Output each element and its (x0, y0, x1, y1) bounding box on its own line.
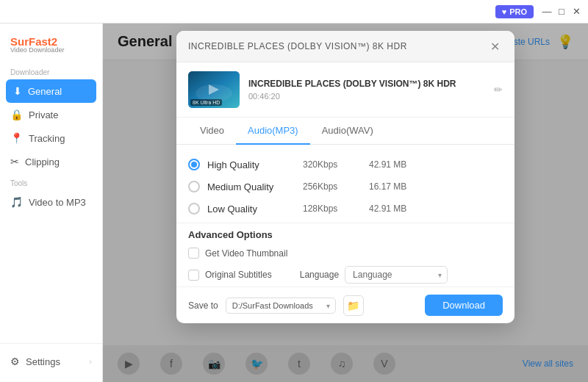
sidebar-label-tracking: Tracking (29, 133, 65, 144)
quality-size-high: 42.91 MB (369, 159, 406, 170)
download-button[interactable]: Download (425, 295, 503, 316)
modal-tabs: Video Audio(MP3) Audio(WAV) (176, 118, 514, 145)
quality-size-medium: 16.17 MB (369, 181, 406, 192)
top-bar: ♥ PRO — □ ✕ (0, 0, 588, 24)
language-select-wrapper: Language ▾ (345, 266, 448, 284)
video-title: INCREDIBLE PLACES (DOLBY VISION™) 8K HDR (248, 79, 485, 89)
quality-bitrate-low: 128Kbps (303, 203, 362, 214)
sidebar-item-clipping[interactable]: ✂ Clipping (0, 150, 102, 173)
sidebar-label-private: Private (29, 109, 58, 120)
lock-icon: 🔒 (10, 109, 23, 120)
radio-medium[interactable] (188, 181, 200, 192)
checkbox-subtitles[interactable] (188, 270, 199, 281)
radio-low[interactable] (188, 203, 200, 215)
advanced-section: Advanced Options Get Video Thumbnail Ori… (176, 223, 514, 286)
sidebar-item-video-to-mp3[interactable]: 🎵 Video to MP3 (0, 190, 102, 214)
logo: SurFast2 Video Downloader (0, 32, 102, 64)
modal-header: INCREDIBLE PLACES (DOLBY VISION™) 8K HDR… (176, 31, 514, 62)
sidebar-item-tracking[interactable]: 📍 Tracking (0, 126, 102, 150)
quality-size-low: 42.91 MB (369, 203, 406, 214)
quality-bitrate-medium: 256Kbps (303, 181, 362, 192)
checkbox-row-thumbnail: Get Video Thumbnail (188, 248, 503, 259)
radio-high-inner (191, 162, 197, 167)
video-info-row: 8K Ultra HD INCREDIBLE PLACES (DOLBY VIS… (176, 62, 514, 118)
clipping-icon: ✂ (10, 156, 19, 167)
subtitles-language-row: Original Subtitles Language Language ▾ (188, 266, 503, 284)
quality-label-high: High Quality (207, 159, 295, 170)
logo-sub: Video Downloader (10, 46, 64, 54)
edit-icon[interactable]: ✏ (494, 84, 503, 96)
save-to-label: Save to (188, 300, 218, 311)
tab-audio-mp3[interactable]: Audio(MP3) (236, 118, 310, 145)
pro-heart-icon: ♥ (502, 7, 507, 16)
video-duration: 00:46:20 (248, 92, 485, 101)
content-area: General Downloading Finished 📋 Paste URL… (103, 24, 588, 382)
app-layout: SurFast2 Video Downloader Downloader ⬇ G… (0, 24, 588, 382)
video-details: INCREDIBLE PLACES (DOLBY VISION™) 8K HDR… (248, 79, 485, 101)
quality-row-medium[interactable]: Medium Quality 256Kbps 16.17 MB (188, 176, 503, 198)
quality-label-medium: Medium Quality (207, 181, 295, 192)
advanced-title: Advanced Options (188, 229, 503, 240)
quality-row-low[interactable]: Low Quality 128Kbps 42.91 MB (188, 198, 503, 220)
sidebar-label-settings: Settings (26, 356, 60, 367)
pro-badge[interactable]: ♥ PRO (495, 5, 534, 18)
download-icon: ⬇ (13, 85, 22, 97)
settings-icon: ⚙ (10, 356, 20, 367)
close-button[interactable]: ✕ (570, 6, 582, 18)
save-path-select[interactable]: D:/SurFast Downloads (226, 298, 336, 314)
pro-label: PRO (509, 7, 527, 16)
checkbox-thumbnail-label: Get Video Thumbnail (205, 248, 287, 259)
modal-close-button[interactable]: ✕ (487, 38, 503, 54)
checkbox-row-subtitles: Original Subtitles (188, 270, 272, 281)
tab-audio-wav[interactable]: Audio(WAV) (310, 118, 385, 145)
sidebar-label-clipping: Clipping (25, 156, 60, 167)
modal-overlay: INCREDIBLE PLACES (DOLBY VISION™) 8K HDR… (103, 24, 588, 382)
checkbox-subtitles-label: Original Subtitles (205, 270, 272, 280)
browse-folder-button[interactable]: 📁 (343, 295, 364, 316)
settings-chevron-icon: › (89, 357, 92, 366)
section-downloader-label: Downloader (0, 64, 102, 79)
language-select[interactable]: Language (345, 266, 448, 284)
save-path-wrapper: D:/SurFast Downloads ▾ (226, 298, 336, 314)
quality-label-low: Low Quality (207, 203, 295, 215)
radio-high[interactable] (188, 159, 200, 170)
minimize-button[interactable]: — (541, 6, 553, 18)
tracking-icon: 📍 (10, 132, 23, 144)
maximize-button[interactable]: □ (556, 6, 567, 18)
quality-section: High Quality 320Kbps 42.91 MB Medium Qua… (176, 145, 514, 223)
section-tools-label: Tools (0, 173, 102, 190)
quality-row-high[interactable]: High Quality 320Kbps 42.91 MB (188, 154, 503, 176)
window-controls: — □ ✕ (541, 6, 582, 18)
quality-bitrate-high: 320Kbps (303, 159, 362, 170)
checkbox-thumbnail[interactable] (188, 248, 199, 259)
thumb-label: 8K Ultra HD (190, 99, 222, 106)
folder-icon: 📁 (347, 300, 359, 311)
sidebar-label-video-to-mp3: Video to MP3 (29, 197, 86, 208)
tab-video[interactable]: Video (188, 118, 236, 145)
sidebar: SurFast2 Video Downloader Downloader ⬇ G… (0, 24, 103, 382)
modal-title: INCREDIBLE PLACES (DOLBY VISION™) 8K HDR (188, 41, 407, 51)
modal-footer: Save to D:/SurFast Downloads ▾ 📁 Downloa… (176, 286, 514, 323)
music-icon: 🎵 (10, 196, 23, 208)
download-dialog: INCREDIBLE PLACES (DOLBY VISION™) 8K HDR… (176, 31, 514, 323)
sidebar-bottom: ⚙ Settings › (0, 343, 102, 373)
sidebar-label-general: General (28, 86, 62, 97)
sidebar-item-private[interactable]: 🔒 Private (0, 103, 102, 126)
language-label: Language (300, 270, 339, 280)
sidebar-item-settings[interactable]: ⚙ Settings › (0, 350, 102, 373)
video-thumbnail: 8K Ultra HD (188, 71, 240, 108)
sidebar-item-general[interactable]: ⬇ General (6, 79, 96, 103)
